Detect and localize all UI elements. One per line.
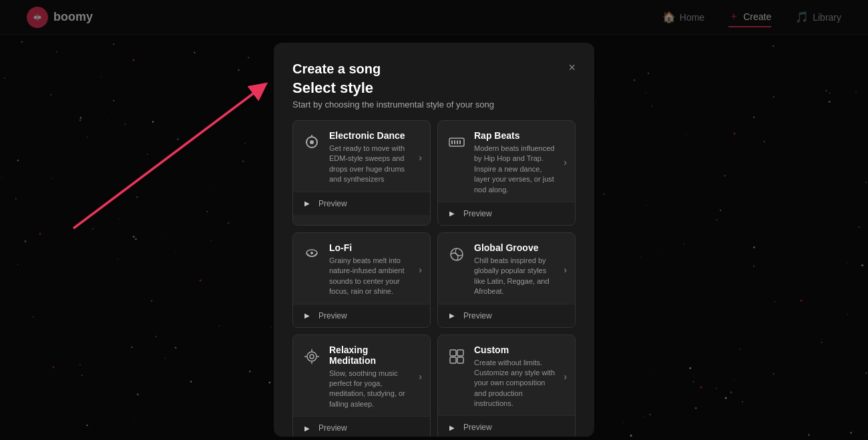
modal-subtitle: Start by choosing the instrumental style…	[292, 99, 576, 109]
style-card-desc: Modern beats influenced by Hip Hop and T…	[474, 144, 557, 195]
svg-rect-21	[457, 350, 463, 356]
style-card-body: Electronic Dance Get ready to move with …	[293, 121, 430, 192]
svg-point-12	[310, 252, 313, 254]
chevron-right-icon: ›	[419, 152, 422, 163]
play-icon: ▶	[301, 198, 313, 210]
style-card-text: Custom Create without limits. Customize …	[474, 345, 557, 409]
svg-rect-9	[457, 140, 458, 144]
svg-rect-23	[457, 357, 463, 363]
modal-close-button[interactable]: ×	[568, 61, 576, 73]
style-card-rap-beats[interactable]: Rap Beats Modern beats influenced by Hip…	[437, 120, 576, 226]
style-card-text: Lo-Fi Grainy beats melt into nature-infu…	[329, 242, 412, 297]
chevron-right-icon: ›	[564, 371, 567, 382]
play-icon: ▶	[446, 208, 458, 220]
style-card-desc: Slow, soothing music perfect for yoga, m…	[329, 369, 412, 410]
create-song-modal: Create a song × Select style Start by ch…	[274, 43, 594, 437]
preview-label: Preview	[463, 423, 492, 432]
play-icon: ▶	[301, 422, 313, 434]
style-card-body: Global Groove Chill beats inspired by gl…	[438, 233, 575, 304]
preview-button-relaxing-meditation[interactable]: ▶ Preview	[293, 416, 430, 437]
modal-section-title: Select style	[292, 79, 576, 97]
global-groove-icon	[446, 244, 467, 265]
svg-rect-7	[451, 140, 453, 144]
style-card-desc: Chill beats inspired by globally popular…	[474, 256, 557, 297]
preview-button-custom[interactable]: ▶ Preview	[438, 415, 575, 437]
rap-beats-icon	[446, 132, 467, 153]
style-card-text: Global Groove Chill beats inspired by gl…	[474, 242, 557, 297]
modal-header: Create a song ×	[292, 61, 576, 77]
style-grid: Electronic Dance Get ready to move with …	[292, 120, 576, 437]
style-card-lo-fi[interactable]: Lo-Fi Grainy beats melt into nature-infu…	[292, 232, 431, 328]
preview-button-lo-fi[interactable]: ▶ Preview	[293, 304, 430, 327]
modal-overlay: Create a song × Select style Start by ch…	[0, 0, 868, 440]
svg-point-4	[310, 140, 314, 144]
preview-label: Preview	[463, 209, 492, 218]
style-card-desc: Grainy beats melt into nature-infused am…	[329, 256, 412, 297]
chevron-right-icon: ›	[419, 371, 422, 382]
style-card-title: Global Groove	[474, 242, 557, 253]
play-icon: ▶	[446, 310, 458, 322]
preview-label: Preview	[318, 423, 347, 433]
style-card-title: Custom	[474, 345, 557, 355]
chevron-right-icon: ›	[564, 157, 567, 168]
style-card-desc: Create without limits. Customize any sty…	[474, 358, 557, 409]
svg-rect-20	[450, 350, 456, 356]
preview-button-global-groove[interactable]: ▶ Preview	[438, 304, 575, 327]
style-card-body: Lo-Fi Grainy beats melt into nature-infu…	[293, 233, 430, 304]
preview-label: Preview	[318, 199, 347, 208]
svg-rect-5	[311, 135, 312, 138]
relaxing-meditation-icon	[301, 346, 322, 367]
chevron-right-icon: ›	[419, 264, 422, 275]
svg-rect-8	[454, 140, 455, 144]
style-card-title: Rap Beats	[474, 130, 557, 141]
style-card-body: Rap Beats Modern beats influenced by Hip…	[438, 121, 575, 202]
lo-fi-icon	[301, 244, 322, 265]
preview-button-rap-beats[interactable]: ▶ Preview	[438, 202, 575, 225]
style-card-custom[interactable]: Custom Create without limits. Customize …	[437, 335, 576, 437]
preview-button-electronic-dance[interactable]: ▶ Preview	[293, 192, 430, 215]
svg-point-15	[310, 355, 314, 359]
style-card-electronic-dance[interactable]: Electronic Dance Get ready to move with …	[292, 120, 431, 226]
preview-label: Preview	[463, 311, 492, 320]
chevron-right-icon: ›	[564, 264, 567, 275]
style-card-desc: Get ready to move with EDM-style sweeps …	[329, 144, 412, 185]
style-card-title: Lo-Fi	[329, 242, 412, 253]
modal-title: Create a song	[292, 61, 381, 77]
style-card-title: Electronic Dance	[329, 130, 412, 141]
svg-rect-10	[459, 140, 461, 144]
svg-point-14	[307, 352, 316, 361]
style-card-title: Relaxing Meditation	[329, 345, 412, 366]
svg-rect-22	[450, 357, 456, 363]
style-card-text: Rap Beats Modern beats influenced by Hip…	[474, 130, 557, 195]
style-card-body: Custom Create without limits. Customize …	[438, 335, 575, 416]
style-card-body: Relaxing Meditation Slow, soothing music…	[293, 335, 430, 417]
style-card-global-groove[interactable]: Global Groove Chill beats inspired by gl…	[437, 232, 576, 328]
style-card-text: Electronic Dance Get ready to move with …	[329, 130, 412, 185]
preview-label: Preview	[318, 311, 347, 320]
custom-icon	[446, 346, 467, 367]
style-card-text: Relaxing Meditation Slow, soothing music…	[329, 345, 412, 410]
electronic-dance-icon	[301, 132, 322, 153]
style-card-relaxing-meditation[interactable]: Relaxing Meditation Slow, soothing music…	[292, 335, 431, 437]
play-icon: ▶	[301, 310, 313, 322]
play-icon: ▶	[446, 421, 458, 433]
